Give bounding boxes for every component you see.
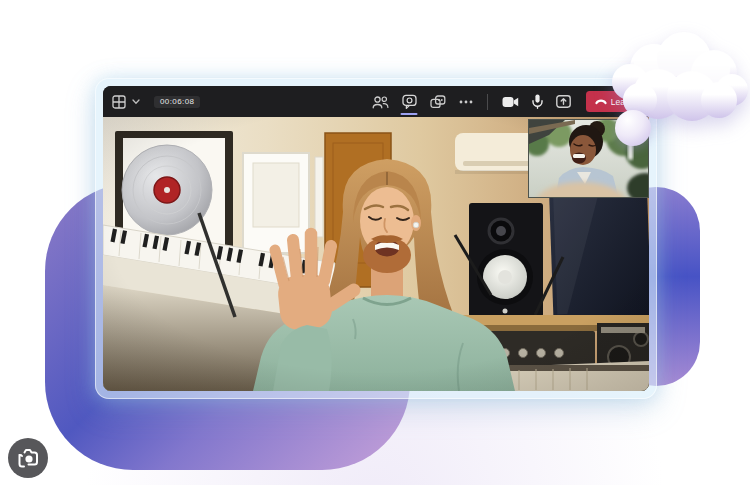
chat-active-indicator	[401, 113, 418, 115]
gallery-view-icon	[112, 95, 126, 109]
more-options-icon	[459, 100, 473, 104]
camera-icon	[502, 96, 519, 108]
chevron-down-icon[interactable]	[132, 99, 140, 105]
meeting-window-inner: 00:06:08	[103, 86, 649, 391]
participants-icon	[372, 95, 389, 109]
page: 00:06:08	[0, 0, 750, 485]
meeting-toolbar: 00:06:08	[103, 86, 649, 117]
meeting-window: 00:06:08	[95, 78, 657, 399]
search-by-image-button[interactable]	[8, 438, 48, 478]
microphone-button[interactable]	[532, 86, 543, 117]
decor-sphere	[615, 110, 651, 146]
meeting-timer: 00:06:08	[154, 96, 200, 108]
camera-lens-icon	[17, 448, 39, 468]
more-options-button[interactable]	[459, 86, 473, 117]
microphone-icon	[532, 94, 543, 109]
camera-button[interactable]	[502, 86, 519, 117]
view-selector-button[interactable]	[112, 86, 126, 117]
share-screen-icon	[556, 95, 571, 108]
chat-button[interactable]	[402, 86, 417, 117]
rooms-icon	[430, 95, 446, 109]
chat-icon	[402, 94, 417, 109]
main-video-tile[interactable]	[103, 117, 649, 391]
toolbar-divider	[487, 94, 488, 110]
toolbar-left-group: 00:06:08	[112, 86, 200, 117]
participants-button[interactable]	[372, 86, 389, 117]
share-screen-button[interactable]	[556, 86, 571, 117]
rooms-button[interactable]	[430, 86, 446, 117]
